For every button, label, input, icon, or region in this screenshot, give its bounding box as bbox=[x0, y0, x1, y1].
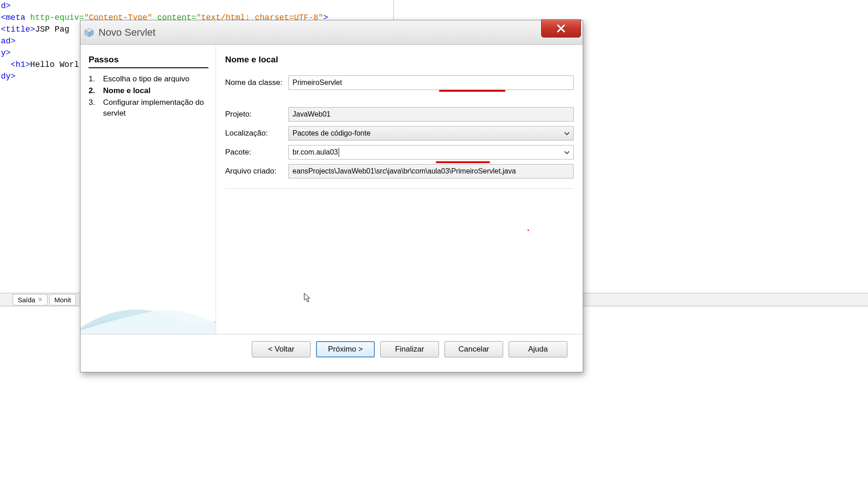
package-combo[interactable]: br.com.aula03 bbox=[288, 145, 574, 160]
finish-button[interactable]: Finalizar bbox=[380, 341, 439, 357]
package-value: br.com.aula03 bbox=[292, 148, 338, 156]
cancel-button[interactable]: Cancelar bbox=[444, 341, 503, 357]
project-label: Projeto: bbox=[225, 110, 288, 119]
back-button[interactable]: < Voltar bbox=[252, 341, 311, 357]
dialog-body: Passos 1.Escolha o tipo de arquivo2.Nome… bbox=[80, 45, 583, 334]
wizard-step: 3.Configurar implementação do servlet bbox=[89, 97, 208, 119]
project-value: JavaWeb01 bbox=[292, 110, 330, 118]
created-value: eansProjects\JavaWeb01\src\java\br\com\a… bbox=[292, 167, 516, 175]
class-name-label: Nome da classe: bbox=[225, 78, 288, 87]
location-label: Localização: bbox=[225, 129, 288, 138]
close-icon bbox=[556, 23, 566, 33]
cube-icon bbox=[84, 28, 94, 38]
project-readonly: JavaWeb01 bbox=[288, 107, 574, 122]
dialog-button-bar: < Voltar Próximo > Finalizar Cancelar Aj… bbox=[80, 334, 583, 364]
step-label: Configurar implementação do servlet bbox=[103, 97, 208, 119]
class-name-value: PrimeiroServlet bbox=[292, 79, 342, 87]
tab-label: Monit bbox=[54, 296, 71, 304]
chevron-down-icon bbox=[564, 129, 570, 137]
steps-list: 1.Escolha o tipo de arquivo2.Nome e loca… bbox=[89, 74, 208, 119]
row-project: Projeto: JavaWeb01 bbox=[225, 107, 574, 122]
annotation-underline bbox=[436, 161, 490, 163]
row-pacote: Pacote: br.com.aula03 bbox=[225, 145, 574, 160]
form-divider bbox=[225, 188, 574, 189]
annotation-dot bbox=[528, 230, 529, 231]
row-localizacao: Localização: Pacotes de código-fonte bbox=[225, 126, 574, 141]
help-button[interactable]: Ajuda bbox=[509, 341, 567, 357]
wizard-step: 2.Nome e local bbox=[89, 85, 208, 96]
created-readonly: eansProjects\JavaWeb01\src\java\br\com\a… bbox=[288, 164, 574, 178]
next-button[interactable]: Próximo > bbox=[316, 341, 375, 357]
class-name-input[interactable]: PrimeiroServlet bbox=[288, 75, 574, 90]
dialog-titlebar[interactable]: Novo Servlet bbox=[80, 20, 583, 45]
annotation-underline bbox=[439, 90, 505, 92]
location-value: Pacotes de código-fonte bbox=[292, 129, 371, 137]
package-label: Pacote: bbox=[225, 148, 288, 157]
step-number: 1. bbox=[89, 74, 103, 84]
new-servlet-dialog: Novo Servlet Passos 1.Escolha o tipo de … bbox=[80, 20, 583, 372]
location-combo[interactable]: Pacotes de código-fonte bbox=[288, 126, 574, 141]
tab-saida[interactable]: Saída ✕ bbox=[13, 294, 47, 305]
step-label: Escolha o tipo de arquivo bbox=[103, 74, 208, 84]
decorative-wave bbox=[80, 244, 216, 334]
step-number: 3. bbox=[89, 97, 103, 119]
close-icon[interactable]: ✕ bbox=[38, 296, 42, 303]
created-label: Arquivo criado: bbox=[225, 167, 288, 176]
wizard-step: 1.Escolha o tipo de arquivo bbox=[89, 74, 208, 84]
step-number: 2. bbox=[89, 85, 103, 96]
steps-panel: Passos 1.Escolha o tipo de arquivo2.Nome… bbox=[80, 45, 216, 334]
chevron-down-icon bbox=[564, 148, 570, 156]
tab-monit[interactable]: Monit bbox=[49, 294, 76, 305]
form-panel: Nome e local Nome da classe: PrimeiroSer… bbox=[216, 45, 583, 334]
row-arquivo-criado: Arquivo criado: eansProjects\JavaWeb01\s… bbox=[225, 164, 574, 178]
step-label: Nome e local bbox=[103, 85, 208, 96]
close-button[interactable] bbox=[541, 19, 581, 38]
row-class-name: Nome da classe: PrimeiroServlet bbox=[225, 75, 574, 90]
mouse-cursor-icon bbox=[304, 293, 311, 303]
steps-heading: Passos bbox=[89, 55, 208, 68]
tab-label: Saída bbox=[18, 296, 35, 304]
dialog-title: Novo Servlet bbox=[99, 27, 156, 38]
text-cursor bbox=[339, 148, 339, 157]
form-heading: Nome e local bbox=[225, 55, 574, 65]
